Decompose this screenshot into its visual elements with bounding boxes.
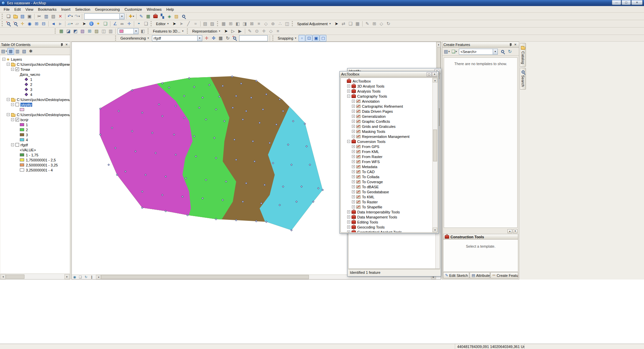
edge-snapping-icon[interactable]: ◻ (320, 35, 326, 42)
graph-tool-2-icon[interactable]: ◪ (65, 28, 72, 35)
toc-item-label[interactable]: 1 - 1,75 (26, 153, 38, 157)
expand-box[interactable]: + (352, 100, 355, 103)
topology-tool-6-icon[interactable]: ≡ (256, 20, 262, 27)
expand-box[interactable]: + (352, 135, 355, 138)
side-tab-catalog[interactable]: Catalog (520, 43, 526, 67)
expand-box[interactable]: + (347, 220, 350, 223)
expand-box[interactable]: + (352, 185, 355, 188)
list-by-source-icon[interactable]: ▦ (7, 48, 14, 55)
toc-item[interactable]: 1,750000001 - 2,5 (0, 157, 70, 162)
templates-list[interactable]: There are no templates to show. (444, 57, 518, 228)
legend-swatch[interactable] (20, 123, 24, 126)
graph-tool-6-icon[interactable]: ▨ (93, 28, 100, 35)
layer-visibility-checkbox[interactable] (15, 143, 19, 147)
toc-item-label[interactable]: 2 (26, 128, 28, 132)
redo-icon[interactable]: ↷▾ (74, 13, 80, 20)
copy-icon[interactable]: ▥ (43, 13, 50, 20)
sa-preview-icon[interactable]: ❑ (347, 20, 354, 27)
toolbar-grip[interactable] (115, 36, 117, 41)
arctoolbox-item[interactable]: +To CAD (341, 169, 432, 174)
georeferencing-menu[interactable]: Georeferencing▾ (118, 36, 151, 41)
modelbuilder-icon[interactable]: ◈ (166, 13, 173, 20)
hyperlink-icon[interactable]: ✦ (95, 20, 102, 27)
topology-tool-4-icon[interactable]: ◨ (241, 20, 248, 27)
toc-item[interactable]: −✓bcnjr (0, 117, 70, 122)
representation-tool-3-icon[interactable]: ✎ (247, 28, 253, 35)
expand-box[interactable]: + (352, 175, 355, 178)
toc-item[interactable]: 3,250000001 - 4 (0, 167, 70, 172)
toc-item[interactable]: 3 (0, 132, 70, 137)
find-icon[interactable]: ∞ (119, 20, 125, 27)
add-data-icon[interactable]: ✚▾ (128, 13, 135, 20)
toc-item[interactable]: 1 (0, 77, 70, 82)
edit-annotation-tool-icon[interactable]: ➤ (178, 20, 185, 27)
toc-item[interactable]: −C:\Users\juchkov\Desktop\хрень (0, 97, 70, 102)
representation-tool-1-icon[interactable]: ▷ (230, 28, 236, 35)
sketch-properties-icon[interactable]: ▨ (209, 20, 216, 27)
toc-item[interactable]: 2 (0, 82, 70, 87)
arctoolbox-item[interactable]: +To Shapefile (341, 204, 432, 209)
arctoolbox-item[interactable]: +Annotation (341, 99, 432, 104)
toc-item-label[interactable]: C:\Users\juchkov\Desktop\хрень (17, 98, 70, 102)
representation-tool-5-icon[interactable]: ✛ (261, 28, 267, 35)
catalog-window-icon[interactable]: ▨ (173, 13, 180, 20)
arctoolbox-item[interactable]: +Analysis Tools (341, 89, 432, 94)
representation-rule-combo[interactable]: ▾ (118, 28, 139, 34)
arctoolbox-item[interactable]: −Cartography Tools (341, 94, 432, 99)
layer-visibility-checkbox[interactable]: ✓ (15, 118, 19, 121)
topology-tool-7-icon[interactable]: ◇ (263, 20, 269, 27)
graph-tool-7-icon[interactable]: ◫ (100, 28, 107, 35)
arctoolbox-icon[interactable] (152, 13, 159, 20)
expand-box[interactable]: + (352, 190, 355, 193)
save-icon[interactable]: ▤ (19, 13, 26, 20)
undo-icon[interactable]: ↶▾ (67, 13, 73, 20)
toc-item-label[interactable]: 1 (30, 78, 32, 82)
python-window-icon[interactable]: ▚ (159, 13, 166, 20)
zoom-in-icon[interactable]: + (5, 20, 12, 27)
graph-tool-3-icon[interactable]: ◩ (72, 28, 79, 35)
legend-swatch[interactable] (25, 78, 28, 81)
sa-shape-icon[interactable]: ◇ (378, 20, 385, 27)
topology-tool-10-icon[interactable]: ◫ (284, 20, 290, 27)
collapse-box[interactable]: − (11, 143, 14, 146)
graph-tool-8-icon[interactable]: ▥ (107, 28, 114, 35)
arctoolbox-dock-icon[interactable]: ▢ (427, 72, 432, 77)
legend-swatch[interactable] (25, 83, 28, 86)
features-to-3d-menu[interactable]: Features to 3D...▾ (151, 29, 185, 34)
expand-box[interactable]: + (347, 90, 350, 93)
collapse-box[interactable]: − (11, 68, 14, 71)
arctoolbox-item[interactable]: +Masking Tools (341, 129, 432, 134)
sa-select-icon[interactable]: ➤ (333, 20, 340, 27)
toolbar-grip[interactable] (272, 36, 274, 41)
toolbar-grip[interactable] (2, 21, 3, 26)
expand-box[interactable]: + (352, 110, 355, 113)
toc-item[interactable]: 2,500000001 - 3,25 (0, 162, 70, 167)
zoom-to-layer-icon[interactable]: + (231, 35, 238, 42)
toc-item-label[interactable]: C:\Users\juchkov\Desktop\Времен (17, 62, 70, 66)
expand-box[interactable]: + (352, 170, 355, 173)
arctoolbox-item[interactable]: +Cartographic Refinement (341, 104, 432, 109)
arctoolbox-item[interactable]: +Representation Management (341, 134, 432, 139)
point-snapping-icon[interactable]: ▫ (299, 35, 305, 42)
construction-tools-list[interactable]: Select a template. (443, 240, 518, 272)
open-document-icon[interactable] (12, 13, 19, 20)
expand-box[interactable]: + (352, 155, 355, 158)
toc-item-label[interactable]: 2 (30, 83, 32, 87)
time-slider-icon[interactable]: ◓ (136, 20, 142, 27)
edit-sketch-button[interactable]: ✎Edit Sketch ... (443, 272, 469, 279)
toolbar-grip[interactable] (292, 21, 293, 26)
collapse-down-icon[interactable]: ▼ (513, 229, 518, 233)
toc-item-label[interactable]: 1 (26, 123, 28, 127)
create-features-button[interactable]: ✏Create Featu... (490, 272, 518, 279)
arctoolbox-item[interactable]: +To Raster (341, 199, 432, 204)
expand-box[interactable]: + (352, 115, 355, 118)
scroll-down-icon[interactable]: ▼ (433, 228, 437, 232)
scroll-thumb[interactable] (433, 130, 437, 161)
forward-extent-icon[interactable]: ► (57, 20, 64, 27)
toc-item-label[interactable]: <VALUE> (20, 148, 36, 152)
topology-tool-9-icon[interactable]: ∴ (277, 20, 283, 27)
panel-splitter[interactable]: ▲ ▼ (442, 229, 519, 234)
organize-templates-icon[interactable]: ▤▾ (443, 48, 450, 55)
add-control-points-icon[interactable]: ✛ (203, 35, 210, 42)
arctoolbox-item[interactable]: +Geostatistical Analyst Tools (341, 230, 432, 232)
